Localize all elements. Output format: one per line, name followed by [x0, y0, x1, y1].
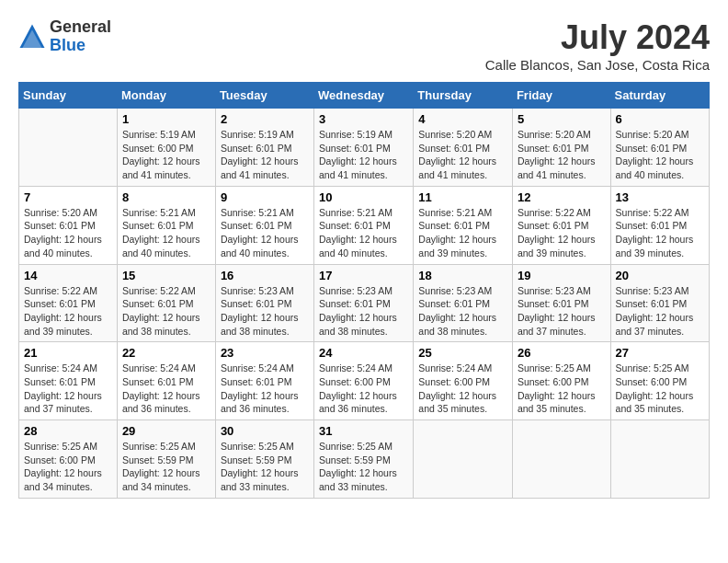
- week-row-0: 1Sunrise: 5:19 AM Sunset: 6:00 PM Daylig…: [19, 109, 710, 187]
- day-info: Sunrise: 5:24 AM Sunset: 6:00 PM Dayligh…: [418, 362, 507, 416]
- day-info: Sunrise: 5:21 AM Sunset: 6:01 PM Dayligh…: [122, 206, 210, 260]
- day-number: 17: [319, 269, 408, 282]
- day-cell: 3Sunrise: 5:19 AM Sunset: 6:01 PM Daylig…: [314, 109, 414, 187]
- week-row-2: 14Sunrise: 5:22 AM Sunset: 6:01 PM Dayli…: [19, 264, 710, 342]
- logo: General Blue: [18, 18, 111, 55]
- day-info: Sunrise: 5:25 AM Sunset: 5:59 PM Dayligh…: [221, 440, 309, 494]
- day-number: 23: [221, 346, 309, 360]
- day-number: 24: [319, 346, 408, 360]
- day-info: Sunrise: 5:20 AM Sunset: 6:01 PM Dayligh…: [518, 128, 606, 182]
- day-info: Sunrise: 5:20 AM Sunset: 6:01 PM Dayligh…: [24, 206, 112, 260]
- header-cell-wednesday: Wednesday: [314, 83, 414, 109]
- day-number: 2: [221, 112, 309, 126]
- day-number: 13: [616, 190, 704, 204]
- day-cell: 4Sunrise: 5:20 AM Sunset: 6:01 PM Daylig…: [414, 109, 513, 187]
- day-cell: 29Sunrise: 5:25 AM Sunset: 5:59 PM Dayli…: [117, 420, 215, 499]
- day-info: Sunrise: 5:25 AM Sunset: 6:00 PM Dayligh…: [518, 362, 606, 416]
- week-row-4: 28Sunrise: 5:25 AM Sunset: 6:00 PM Dayli…: [19, 420, 710, 499]
- day-cell: 7Sunrise: 5:20 AM Sunset: 6:01 PM Daylig…: [19, 186, 118, 264]
- day-info: Sunrise: 5:19 AM Sunset: 6:00 PM Dayligh…: [122, 128, 210, 182]
- day-number: 14: [24, 269, 112, 282]
- day-cell: 10Sunrise: 5:21 AM Sunset: 6:01 PM Dayli…: [314, 186, 414, 264]
- day-cell: 23Sunrise: 5:24 AM Sunset: 6:01 PM Dayli…: [215, 342, 313, 420]
- day-info: Sunrise: 5:25 AM Sunset: 6:00 PM Dayligh…: [616, 362, 704, 416]
- day-info: Sunrise: 5:21 AM Sunset: 6:01 PM Dayligh…: [418, 206, 507, 260]
- day-number: 15: [122, 269, 210, 282]
- day-cell: 11Sunrise: 5:21 AM Sunset: 6:01 PM Dayli…: [414, 186, 513, 264]
- day-number: 5: [518, 112, 606, 126]
- day-info: Sunrise: 5:23 AM Sunset: 6:01 PM Dayligh…: [418, 284, 507, 339]
- week-row-3: 21Sunrise: 5:24 AM Sunset: 6:01 PM Dayli…: [19, 342, 710, 420]
- day-info: Sunrise: 5:21 AM Sunset: 6:01 PM Dayligh…: [319, 206, 408, 260]
- logo-blue-text: Blue: [50, 37, 111, 55]
- header-cell-tuesday: Tuesday: [215, 83, 313, 109]
- day-number: 21: [24, 346, 112, 360]
- day-number: 19: [518, 269, 606, 282]
- day-number: 7: [24, 190, 112, 204]
- header-cell-saturday: Saturday: [610, 83, 709, 109]
- day-info: Sunrise: 5:24 AM Sunset: 6:01 PM Dayligh…: [122, 362, 210, 416]
- day-cell: 19Sunrise: 5:23 AM Sunset: 6:01 PM Dayli…: [512, 264, 610, 342]
- day-info: Sunrise: 5:25 AM Sunset: 5:59 PM Dayligh…: [319, 440, 408, 494]
- day-info: Sunrise: 5:22 AM Sunset: 6:01 PM Dayligh…: [24, 284, 112, 339]
- day-number: 12: [518, 190, 606, 204]
- day-cell: [512, 420, 610, 499]
- day-number: 22: [122, 346, 210, 360]
- day-cell: 24Sunrise: 5:24 AM Sunset: 6:00 PM Dayli…: [314, 342, 414, 420]
- day-number: 3: [319, 112, 408, 126]
- day-cell: [610, 420, 709, 499]
- header-cell-friday: Friday: [512, 83, 610, 109]
- day-cell: 5Sunrise: 5:20 AM Sunset: 6:01 PM Daylig…: [512, 109, 610, 187]
- day-number: 9: [221, 190, 309, 204]
- day-info: Sunrise: 5:22 AM Sunset: 6:01 PM Dayligh…: [122, 284, 210, 339]
- day-info: Sunrise: 5:23 AM Sunset: 6:01 PM Dayligh…: [518, 284, 606, 339]
- title-area: July 2024 Calle Blancos, San Jose, Costa…: [485, 18, 710, 73]
- day-cell: 16Sunrise: 5:23 AM Sunset: 6:01 PM Dayli…: [215, 264, 313, 342]
- day-cell: 31Sunrise: 5:25 AM Sunset: 5:59 PM Dayli…: [314, 420, 414, 499]
- day-number: 25: [418, 346, 507, 360]
- day-info: Sunrise: 5:24 AM Sunset: 6:01 PM Dayligh…: [221, 362, 309, 416]
- day-info: Sunrise: 5:24 AM Sunset: 6:00 PM Dayligh…: [319, 362, 408, 416]
- day-number: 28: [24, 424, 112, 438]
- day-info: Sunrise: 5:25 AM Sunset: 6:00 PM Dayligh…: [24, 440, 112, 494]
- header-row: SundayMondayTuesdayWednesdayThursdayFrid…: [19, 83, 710, 109]
- day-number: 4: [418, 112, 507, 126]
- day-info: Sunrise: 5:19 AM Sunset: 6:01 PM Dayligh…: [221, 128, 309, 182]
- day-cell: 21Sunrise: 5:24 AM Sunset: 6:01 PM Dayli…: [19, 342, 118, 420]
- day-info: Sunrise: 5:24 AM Sunset: 6:01 PM Dayligh…: [24, 362, 112, 416]
- day-number: 6: [616, 112, 704, 126]
- day-cell: 17Sunrise: 5:23 AM Sunset: 6:01 PM Dayli…: [314, 264, 414, 342]
- day-number: 26: [518, 346, 606, 360]
- day-number: 16: [221, 269, 309, 282]
- day-info: Sunrise: 5:21 AM Sunset: 6:01 PM Dayligh…: [221, 206, 309, 260]
- day-info: Sunrise: 5:23 AM Sunset: 6:01 PM Dayligh…: [221, 284, 309, 339]
- day-cell: 14Sunrise: 5:22 AM Sunset: 6:01 PM Dayli…: [19, 264, 118, 342]
- day-info: Sunrise: 5:20 AM Sunset: 6:01 PM Dayligh…: [616, 128, 704, 182]
- calendar-table: SundayMondayTuesdayWednesdayThursdayFrid…: [18, 82, 710, 499]
- header-cell-sunday: Sunday: [19, 83, 118, 109]
- day-info: Sunrise: 5:19 AM Sunset: 6:01 PM Dayligh…: [319, 128, 408, 182]
- day-cell: 25Sunrise: 5:24 AM Sunset: 6:00 PM Dayli…: [414, 342, 513, 420]
- header-cell-thursday: Thursday: [414, 83, 513, 109]
- page-header: General Blue July 2024 Calle Blancos, Sa…: [18, 18, 710, 73]
- day-cell: 9Sunrise: 5:21 AM Sunset: 6:01 PM Daylig…: [215, 186, 313, 264]
- day-info: Sunrise: 5:23 AM Sunset: 6:01 PM Dayligh…: [616, 284, 704, 339]
- day-cell: 22Sunrise: 5:24 AM Sunset: 6:01 PM Dayli…: [117, 342, 215, 420]
- day-cell: 15Sunrise: 5:22 AM Sunset: 6:01 PM Dayli…: [117, 264, 215, 342]
- location: Calle Blancos, San Jose, Costa Rica: [485, 57, 710, 73]
- day-number: 18: [418, 269, 507, 282]
- day-number: 20: [616, 269, 704, 282]
- day-info: Sunrise: 5:25 AM Sunset: 5:59 PM Dayligh…: [122, 440, 210, 494]
- day-cell: 20Sunrise: 5:23 AM Sunset: 6:01 PM Dayli…: [610, 264, 709, 342]
- day-cell: [414, 420, 513, 499]
- day-number: 27: [616, 346, 704, 360]
- day-number: 8: [122, 190, 210, 204]
- day-cell: 13Sunrise: 5:22 AM Sunset: 6:01 PM Dayli…: [610, 186, 709, 264]
- day-cell: 27Sunrise: 5:25 AM Sunset: 6:00 PM Dayli…: [610, 342, 709, 420]
- day-cell: 26Sunrise: 5:25 AM Sunset: 6:00 PM Dayli…: [512, 342, 610, 420]
- day-cell: 6Sunrise: 5:20 AM Sunset: 6:01 PM Daylig…: [610, 109, 709, 187]
- week-row-1: 7Sunrise: 5:20 AM Sunset: 6:01 PM Daylig…: [19, 186, 710, 264]
- header-cell-monday: Monday: [117, 83, 215, 109]
- day-info: Sunrise: 5:23 AM Sunset: 6:01 PM Dayligh…: [319, 284, 408, 339]
- day-cell: 28Sunrise: 5:25 AM Sunset: 6:00 PM Dayli…: [19, 420, 118, 499]
